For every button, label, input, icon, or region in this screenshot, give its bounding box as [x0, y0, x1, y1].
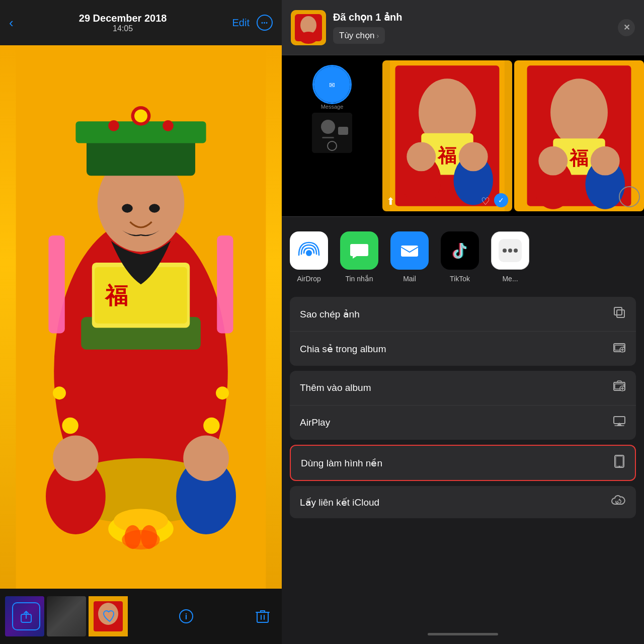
app-item-messages[interactable]: Tin nhắn	[340, 231, 378, 283]
right-panel: Đã chọn 1 ảnh Tùy chọn › ✕ ✉ Message	[282, 0, 644, 644]
edit-button[interactable]: Edit	[232, 17, 250, 29]
svg-text:福: 福	[438, 145, 457, 166]
photo-time: 14:05	[79, 24, 167, 33]
app-item-tiktok[interactable]: TikTok	[441, 231, 479, 283]
photo-strip: ✉ Message	[282, 55, 644, 216]
back-button[interactable]: ‹	[9, 15, 14, 31]
capture-circle	[327, 141, 337, 151]
svg-point-87	[619, 466, 620, 467]
icloud-icon	[611, 495, 626, 509]
delete-button[interactable]	[256, 609, 270, 624]
menu-item-icloud[interactable]: Lấy liên kết iCloud	[290, 486, 636, 518]
svg-rect-77	[614, 307, 622, 315]
svg-rect-76	[617, 310, 624, 317]
svg-text:福: 福	[570, 147, 589, 169]
add-album-icon	[613, 380, 626, 396]
menu-item-share-album[interactable]: Chia sẻ trong album	[290, 332, 636, 366]
menu-add-album-label: Thêm vào album	[300, 382, 371, 393]
airdrop-label: AirDrop	[297, 275, 320, 283]
menu-list: Sao chép ảnh Chia sẻ trong album	[282, 297, 644, 624]
top-bar: ‹ 29 December 2018 14:05 Edit •••	[0, 0, 282, 45]
fortune-god-svg: 福	[0, 45, 282, 589]
wallpaper-icon	[614, 455, 625, 471]
menu-share-album-label: Chia sẻ trong album	[300, 343, 386, 355]
fortune-image-bg: 福	[0, 45, 282, 589]
svg-point-29	[53, 386, 66, 399]
menu-item-airplay[interactable]: AirPlay	[290, 406, 636, 440]
menu-item-add-album[interactable]: Thêm vào album	[290, 371, 636, 406]
svg-point-54	[407, 142, 436, 171]
svg-text:✉: ✉	[329, 81, 335, 89]
svg-point-65	[591, 146, 620, 176]
svg-point-67	[306, 250, 312, 256]
info-button[interactable]: i	[179, 609, 194, 624]
share-apps-row: AirDrop Tin nhắn Mail	[282, 216, 644, 297]
share-options-button[interactable]: Tùy chọn ›	[333, 27, 385, 44]
svg-rect-86	[616, 456, 623, 466]
svg-point-17	[53, 435, 99, 481]
svg-point-28	[203, 418, 219, 434]
top-right-buttons: Edit •••	[232, 15, 273, 31]
svg-rect-25	[48, 235, 64, 333]
svg-point-13	[163, 120, 174, 131]
menu-copy-label: Sao chép ảnh	[300, 308, 360, 320]
app-item-airdrop[interactable]: AirDrop	[290, 231, 328, 283]
menu-wallpaper-label: Dùng làm hình nền	[301, 457, 382, 469]
svg-point-21	[114, 509, 168, 533]
photo-checkmark: ✓	[494, 193, 508, 207]
menu-item-wallpaper[interactable]: Dùng làm hình nền	[291, 446, 635, 480]
photo-card-1[interactable]: 福 ⬆ ♡ ✓	[382, 60, 512, 211]
menu-section-4: Lấy liên kết iCloud	[290, 486, 636, 518]
contacts-strip-inner: ✉ Message	[286, 60, 378, 153]
share-info: Đã chọn 1 ảnh Tùy chọn ›	[333, 11, 611, 44]
share-icon	[19, 609, 33, 623]
menu-item-copy[interactable]: Sao chép ảnh	[290, 297, 636, 332]
app-item-mail[interactable]: Mail	[390, 231, 429, 283]
svg-rect-26	[217, 235, 233, 333]
photo-heart-icon: ♡	[481, 195, 490, 207]
svg-rect-85	[615, 455, 624, 467]
svg-point-59	[550, 78, 608, 146]
svg-rect-46	[322, 137, 334, 138]
photo-share-icon: ⬆	[386, 195, 395, 207]
svg-rect-70	[401, 246, 418, 257]
share-title: Đã chọn 1 ảnh	[333, 11, 611, 23]
left-panel: ‹ 29 December 2018 14:05 Edit •••	[0, 0, 282, 644]
svg-point-73	[503, 249, 507, 253]
photo-card-2[interactable]: 福	[514, 60, 644, 211]
svg-point-45	[321, 120, 335, 134]
favorite-button[interactable]	[102, 609, 117, 623]
contact-label-1: Message	[321, 104, 344, 110]
svg-point-15	[149, 204, 160, 212]
mail-icon	[390, 231, 429, 270]
close-button[interactable]: ✕	[618, 19, 635, 36]
contact-avatar-1[interactable]: ✉	[314, 66, 350, 103]
svg-text:福: 福	[104, 283, 128, 308]
menu-section-1: Sao chép ảnh Chia sẻ trong album	[290, 297, 636, 366]
menu-airplay-label: AirPlay	[300, 417, 330, 428]
share-button[interactable]	[12, 602, 40, 630]
photo-capture-circle	[619, 186, 640, 207]
svg-point-30	[216, 386, 229, 399]
more-button[interactable]: •••	[257, 15, 273, 31]
svg-point-56	[459, 142, 488, 171]
main-image-area: 福	[0, 45, 282, 589]
heart-icon	[102, 609, 117, 623]
photo-grid: 福 ⬆ ♡ ✓ 福	[382, 60, 644, 211]
messages-label: Tin nhắn	[345, 275, 373, 283]
svg-point-19	[183, 435, 229, 481]
svg-point-14	[122, 204, 133, 212]
svg-point-24	[141, 525, 157, 549]
svg-point-40	[300, 16, 316, 34]
svg-point-23	[125, 525, 141, 549]
more-label: Me...	[502, 275, 518, 283]
info-icon: i	[179, 609, 194, 624]
share-thumbnail	[291, 10, 326, 45]
bottom-bar: i	[0, 589, 282, 644]
tiktok-label: TikTok	[450, 275, 470, 283]
home-bar	[428, 633, 498, 635]
dark-photo[interactable]	[312, 113, 352, 153]
title-area: 29 December 2018 14:05	[79, 13, 167, 33]
app-item-more[interactable]: Me...	[491, 231, 529, 283]
share-header: Đã chọn 1 ảnh Tùy chọn › ✕	[282, 0, 644, 55]
